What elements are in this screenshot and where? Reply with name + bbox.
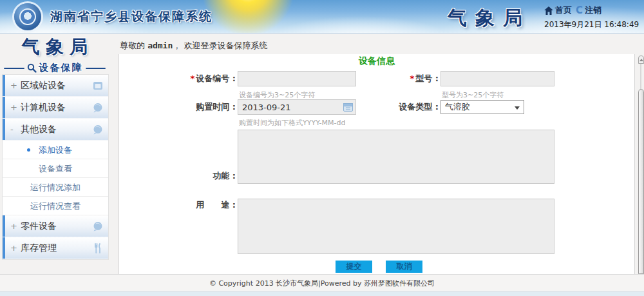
submenu-label: 运行情况添加: [30, 183, 80, 192]
required-asterisk: *: [190, 74, 194, 83]
scroll-up-button[interactable]: [638, 55, 644, 64]
model-input[interactable]: [440, 71, 554, 86]
logout-link[interactable]: C 注销: [576, 5, 601, 16]
sidebar-item-computer[interactable]: + 计算机设备: [3, 97, 108, 119]
header-datetime: 2013年9月21日 16:48:49: [544, 19, 641, 30]
form-title: 设备信息: [119, 55, 634, 67]
bureau-title: 气象局: [448, 5, 531, 32]
welcome-username: admin: [147, 41, 173, 50]
sidebar-subitem-add-device[interactable]: 添加设备: [3, 141, 108, 159]
function-textarea[interactable]: [238, 130, 554, 184]
comment-icon: [93, 103, 103, 113]
device-info-panel: 设备信息 *设备编号 : *型号 : 设备编号为3~25个字符 型号为3~25个…: [118, 54, 635, 274]
device-no-hint: 设备编号为3~25个字符: [239, 90, 315, 100]
comment-icon: [93, 221, 103, 232]
function-label: 功能 :: [119, 171, 236, 181]
welcome-message: 尊敬的 admin， 欢迎登录设备保障系统: [120, 40, 267, 52]
menu-stripe: [3, 215, 5, 237]
vertical-scrollbar: [638, 55, 644, 274]
sidebar-item-parts[interactable]: + 零件设备: [3, 215, 108, 237]
home-label: 首页: [555, 5, 572, 16]
logout-icon: C: [576, 6, 583, 15]
menu-label: 零件设备: [21, 221, 57, 232]
menu-stripe: [3, 97, 5, 118]
device-no-label-text: 设备编号 :: [196, 74, 236, 83]
sidebar-item-region-station[interactable]: + 区域站设备: [3, 75, 108, 97]
home-icon: [544, 6, 553, 15]
device-type-value: 气溶胶: [445, 102, 470, 112]
model-label: *型号 :: [364, 71, 439, 86]
bureau-logo-icon: [14, 3, 41, 30]
welcome-suffix: ， 欢迎登录设备保障系统: [173, 41, 267, 50]
header-banner: 湖南省宁乡县设备保障系统 气象局 首页 C 注销 2013年9月21日 16:4…: [0, 0, 644, 34]
rule-left: [4, 68, 24, 69]
sidebar-item-other-devices[interactable]: - 其他设备: [3, 119, 108, 141]
menu-stripe: [3, 119, 5, 140]
tools-icon: [93, 243, 103, 253]
device-no-input[interactable]: [238, 71, 356, 86]
usage-textarea[interactable]: [238, 199, 554, 254]
header-links: 首页 C 注销: [544, 5, 641, 16]
welcome-prefix: 尊敬的: [120, 41, 145, 50]
page: 湖南省宁乡县设备保障系统 气象局 首页 C 注销 2013年9月21日 16:4…: [0, 0, 644, 296]
menu-label: 计算机设备: [21, 102, 66, 113]
arrow-up-icon: [639, 59, 643, 61]
scrollbar-thumb[interactable]: [638, 89, 644, 274]
sidebar-logo-title: 气象局: [0, 35, 109, 59]
system-title: 湖南省宁乡县设备保障系统: [50, 8, 213, 25]
purchase-date-hint: 购置时间为如下格式YYYY-MM-dd: [239, 118, 345, 128]
magnifier-icon: [27, 63, 37, 73]
device-type-select[interactable]: 气溶胶: [440, 100, 524, 114]
required-asterisk: *: [410, 74, 414, 83]
submenu-label: 设备查看: [39, 164, 72, 173]
comment-icon: [93, 124, 103, 135]
function-label-text: 功能 :: [213, 171, 236, 181]
header-right: 首页 C 注销 2013年9月21日 16:48:49: [544, 5, 641, 30]
purchase-date-label: 购置时间 :: [119, 99, 236, 115]
menu-stripe: [3, 75, 5, 96]
device-type-label: 设备类型 :: [364, 99, 439, 115]
sidebar-menu: + 区域站设备 + 计算机设备 - 其他设备: [2, 74, 109, 260]
expand-plus-icon: +: [10, 81, 17, 90]
submit-button[interactable]: 提交: [336, 261, 372, 273]
bureau-logo-inner: [19, 8, 36, 25]
purchase-date-label-text: 购置时间 :: [196, 102, 236, 112]
submenu-label: 运行情况查看: [30, 201, 80, 211]
menu-label: 库存管理: [21, 242, 57, 254]
sidebar-logo-subtitle: 设备保障: [39, 62, 83, 74]
rule-right: [86, 68, 106, 69]
device-type-label-text: 设备类型 :: [399, 102, 439, 112]
logout-label: 注销: [585, 5, 601, 16]
menu-label: 区域站设备: [21, 80, 66, 92]
collapse-minus-icon: -: [10, 124, 17, 134]
submenu-label: 添加设备: [39, 145, 72, 155]
cancel-button[interactable]: 取消: [386, 261, 422, 273]
menu-label: 其他设备: [21, 124, 57, 135]
menu-stripe: [3, 237, 5, 259]
model-label-text: 型号 :: [415, 74, 439, 83]
expand-plus-icon: +: [10, 243, 17, 253]
scrollbar-track: [640, 64, 641, 90]
active-bullet-icon: [27, 148, 30, 152]
model-hint: 型号为3~25个字符: [442, 90, 504, 100]
expand-plus-icon: +: [10, 103, 17, 112]
usage-label-text: 用 途 :: [196, 200, 236, 210]
sidebar-logo-subtitle-row: 设备保障: [0, 62, 109, 74]
sidebar-item-inventory[interactable]: + 库存管理: [3, 237, 108, 259]
footer: © Copyright 2013 长沙市气象局|Powered by 苏州梦图软…: [0, 274, 644, 291]
copyright-text: © Copyright 2013 长沙市气象局|Powered by 苏州梦图软…: [209, 279, 435, 288]
sidebar-subitem-add-run-status[interactable]: 运行情况添加: [3, 178, 108, 197]
expand-plus-icon: +: [10, 221, 17, 231]
sidebar-logo: 气象局 设备保障: [0, 35, 109, 74]
device-no-label: *设备编号 :: [119, 71, 236, 86]
home-link[interactable]: 首页: [544, 5, 572, 16]
purchase-date-input[interactable]: [238, 99, 356, 115]
sidebar-subitem-view-device[interactable]: 设备查看: [3, 159, 108, 178]
chevron-down-icon: [515, 106, 520, 110]
usage-label: 用 途 :: [119, 200, 236, 210]
sidebar-subitem-view-run-status[interactable]: 运行情况查看: [3, 197, 108, 215]
bottom-strip: [0, 291, 644, 296]
calendar-icon[interactable]: [343, 103, 353, 112]
window-icon: [93, 81, 103, 91]
purchase-date-field: [238, 99, 356, 115]
